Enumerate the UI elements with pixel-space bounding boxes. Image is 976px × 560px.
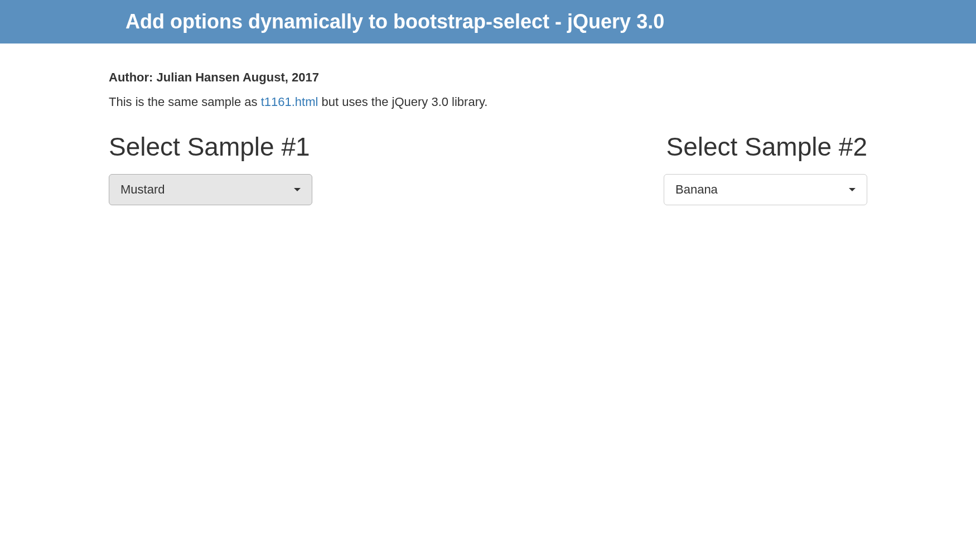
caret-down-icon — [849, 188, 856, 191]
description-link[interactable]: t1161.html — [261, 95, 318, 109]
author-line: Author: Julian Hansen August, 2017 — [109, 70, 867, 85]
description: This is the same sample as t1161.html bu… — [109, 95, 867, 109]
caret-down-icon — [294, 188, 301, 191]
sample-1-column: Select Sample #1 Mustard Mustard Ketchup… — [109, 132, 473, 205]
sample-2-column: Select Sample #2 Banana — [503, 132, 867, 205]
header-bar: Add options dynamically to bootstrap-sel… — [0, 0, 976, 44]
sample-2-heading: Select Sample #2 — [503, 132, 867, 162]
select-1-selected-label: Mustard — [120, 182, 165, 197]
select-1-toggle[interactable]: Mustard — [109, 174, 312, 205]
select-1-wrapper: Mustard Mustard Ketchup Relish — [109, 174, 312, 205]
description-prefix: This is the same sample as — [109, 95, 261, 109]
select-2-toggle[interactable]: Banana — [664, 174, 867, 205]
description-suffix: but uses the jQuery 3.0 library. — [318, 95, 487, 109]
main-content: Author: Julian Hansen August, 2017 This … — [100, 44, 876, 205]
select-2-wrapper: Banana — [664, 174, 867, 205]
select-2-selected-label: Banana — [675, 182, 718, 197]
sample-1-heading: Select Sample #1 — [109, 132, 473, 162]
page-title: Add options dynamically to bootstrap-sel… — [109, 10, 867, 33]
samples-row: Select Sample #1 Mustard Mustard Ketchup… — [109, 132, 867, 205]
